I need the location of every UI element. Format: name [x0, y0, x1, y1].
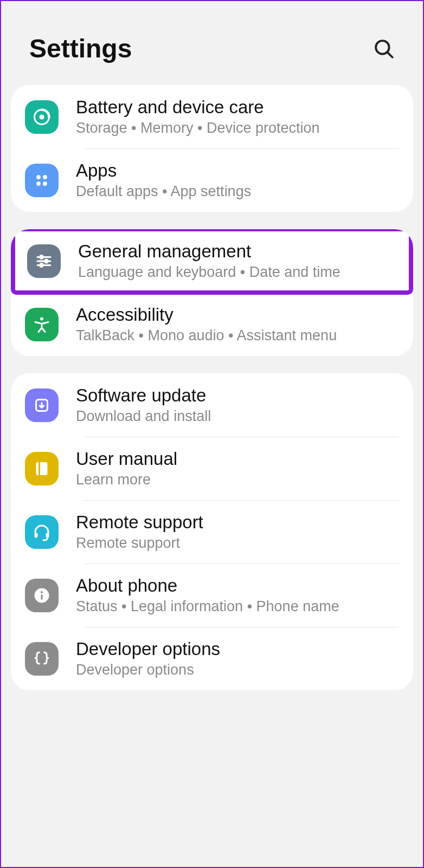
info-icon: [25, 579, 59, 612]
row-title: Battery and device care: [76, 97, 399, 118]
svg-point-4: [36, 175, 41, 179]
svg-line-1: [387, 52, 393, 57]
settings-row-user-manual[interactable]: ?User manualLearn more: [11, 437, 413, 500]
apps-icon: [25, 164, 59, 197]
settings-row-about-phone[interactable]: About phoneStatus • Legal information • …: [11, 563, 413, 627]
header: Settings: [1, 1, 423, 85]
row-title: Developer options: [76, 639, 399, 659]
settings-group: General managementLanguage and keyboard …: [11, 229, 413, 356]
row-title: Apps: [76, 160, 399, 181]
svg-point-14: [40, 317, 43, 320]
settings-row-software-update[interactable]: Software updateDownload and install: [11, 373, 413, 437]
svg-rect-17: [38, 462, 40, 475]
svg-point-9: [40, 255, 43, 258]
search-button[interactable]: [371, 36, 397, 62]
row-title: About phone: [76, 575, 399, 596]
sliders-icon: [27, 244, 61, 278]
row-subtitle: Storage • Memory • Device protection: [76, 120, 399, 137]
row-subtitle: Default apps • App settings: [76, 183, 399, 200]
braces-icon: [25, 642, 59, 676]
svg-point-6: [36, 182, 41, 186]
settings-group: Battery and device careStorage • Memory …: [11, 85, 413, 212]
row-subtitle: Language and keyboard • Date and time: [78, 264, 397, 281]
settings-row-remote-support[interactable]: Remote supportRemote support: [11, 500, 413, 563]
svg-point-3: [40, 114, 44, 119]
headset-icon: [25, 515, 59, 549]
row-title: Software update: [76, 385, 399, 406]
row-subtitle: Developer options: [76, 662, 399, 678]
row-title: User manual: [76, 449, 399, 469]
svg-point-13: [40, 263, 43, 267]
page-title: Settings: [29, 34, 132, 63]
row-subtitle: Learn more: [76, 471, 399, 488]
settings-group: Software updateDownload and install?User…: [11, 373, 413, 690]
update-icon: [25, 388, 59, 422]
settings-row-apps[interactable]: AppsDefault apps • App settings: [11, 148, 413, 212]
svg-rect-19: [35, 533, 38, 537]
settings-row-developer-options[interactable]: Developer optionsDeveloper options: [11, 627, 413, 690]
battery-care-icon: [25, 100, 59, 134]
accessibility-icon: [25, 308, 59, 341]
svg-point-11: [45, 260, 48, 263]
row-subtitle: Download and install: [76, 408, 399, 425]
settings-row-general-management[interactable]: General managementLanguage and keyboard …: [13, 229, 411, 293]
svg-point-7: [43, 182, 47, 186]
svg-point-22: [41, 591, 43, 593]
settings-row-battery-and-device-care[interactable]: Battery and device careStorage • Memory …: [11, 85, 413, 148]
svg-point-5: [43, 175, 47, 179]
row-subtitle: TalkBack • Mono audio • Assistant menu: [76, 327, 399, 344]
row-title: Accessibility: [76, 305, 399, 325]
svg-text:?: ?: [41, 463, 46, 472]
settings-list: Battery and device careStorage • Memory …: [1, 85, 423, 690]
row-title: General management: [78, 241, 397, 262]
svg-rect-23: [41, 594, 43, 599]
row-subtitle: Status • Legal information • Phone name: [76, 598, 399, 615]
row-title: Remote support: [76, 512, 399, 533]
manual-icon: ?: [25, 452, 59, 485]
row-subtitle: Remote support: [76, 535, 399, 552]
settings-row-accessibility[interactable]: AccessibilityTalkBack • Mono audio • Ass…: [11, 293, 413, 356]
search-icon: [372, 37, 395, 60]
